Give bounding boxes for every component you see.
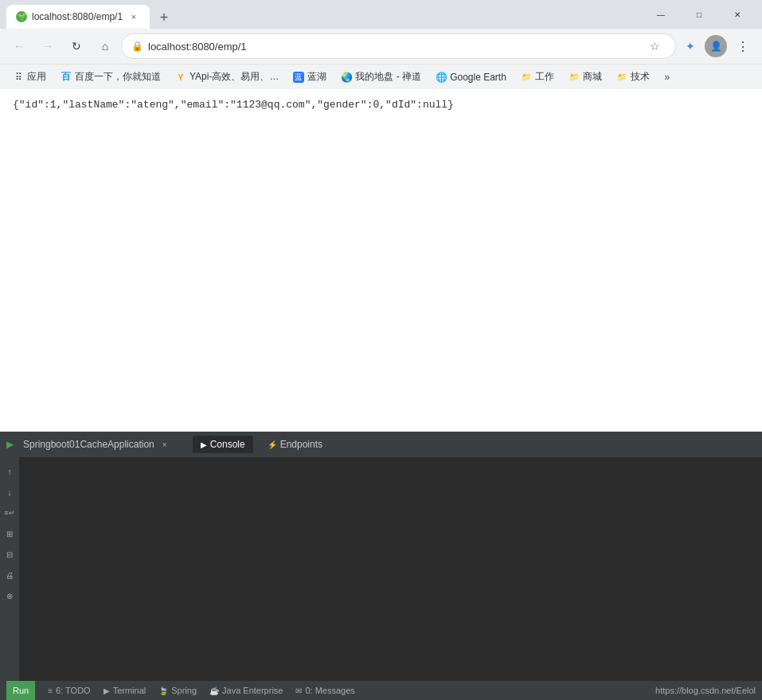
shop-folder-icon: 📁 xyxy=(569,72,580,83)
bookmark-google-earth[interactable]: 🌐 Google Earth xyxy=(429,68,513,86)
panel-toolbar: ↑ ↓ ≡↵ ⊞ ⊟ 🖨 ⊗ xyxy=(0,457,19,700)
menu-button[interactable]: ⋮ xyxy=(730,33,756,59)
run-label: Run xyxy=(13,686,29,695)
java-icon: ☕ xyxy=(209,686,219,695)
bookmark-work[interactable]: 📁 工作 xyxy=(514,67,561,87)
bookmark-shop[interactable]: 📁 商城 xyxy=(562,67,608,87)
bookmark-yapi[interactable]: Y YApi-高效、易用、… xyxy=(169,67,285,87)
bookmark-star-button[interactable]: ☆ xyxy=(643,35,666,57)
tab-favicon: 🌱 xyxy=(16,11,27,22)
close-output-button[interactable]: ⊗ xyxy=(2,588,18,604)
work-folder-icon: 📁 xyxy=(521,72,532,83)
run-status[interactable]: Run xyxy=(6,681,35,700)
title-bar: 🌱 localhost:8080/emp/1 × + — □ ✕ xyxy=(0,0,762,29)
terminal-label: Terminal xyxy=(113,686,147,695)
minimize-button[interactable]: — xyxy=(643,2,679,26)
bookmarks-bar: ⠿ 应用 百 百度一下，你就知道 Y YApi-高效、易用、… 蓝 蓝湖 🌏 我… xyxy=(0,64,762,89)
console-icon: ▶ xyxy=(201,440,207,449)
java-enterprise-status[interactable]: ☕ Java Enterprise xyxy=(209,686,283,695)
tab-title: localhost:8080/emp/1 xyxy=(32,11,123,22)
print-button[interactable]: 🖨 xyxy=(2,567,18,583)
yapi-icon: Y xyxy=(175,72,186,83)
bookmarks-more-button[interactable]: » xyxy=(658,68,677,87)
messages-icon: ✉ xyxy=(295,686,302,695)
lanhu-icon: 蓝 xyxy=(293,72,304,83)
json-content: {"id":1,"lastName":"ateng","email":"1123… xyxy=(13,99,454,111)
bookmark-baidu-label: 百度一下，你就知道 xyxy=(75,70,161,84)
messages-status[interactable]: ✉ 0: Messages xyxy=(295,686,354,695)
baidu-icon: 百 xyxy=(61,72,72,83)
home-button[interactable]: ⌂ xyxy=(92,33,118,59)
address-bar[interactable]: 🔒 ☆ xyxy=(121,33,676,59)
todo-status[interactable]: ≡ 6: TODO xyxy=(48,686,90,695)
extensions-button[interactable]: ✦ xyxy=(679,35,701,57)
endpoints-tab-label: Endpoints xyxy=(280,439,322,450)
bookmark-tech-label: 技术 xyxy=(631,70,650,84)
apps-icon: ⠿ xyxy=(13,72,24,83)
maximize-button[interactable]: □ xyxy=(681,2,717,26)
zentao-icon: 🌏 xyxy=(341,72,352,83)
spring-status[interactable]: 🍃 Spring xyxy=(158,686,197,695)
bookmark-zentao[interactable]: 🌏 我的地盘 - 禅道 xyxy=(334,67,428,87)
browser-content: {"id":1,"lastName":"ateng","email":"1123… xyxy=(0,89,762,432)
profile-icon: 👤 xyxy=(710,41,722,52)
tech-folder-icon: 📁 xyxy=(616,72,627,83)
bookmark-baidu[interactable]: 百 百度一下，你就知道 xyxy=(54,67,167,87)
tab-close-button[interactable]: × xyxy=(127,10,140,23)
bookmark-apps[interactable]: ⠿ 应用 xyxy=(6,67,53,87)
todo-label: 6: TODO xyxy=(56,686,91,695)
panel-tab-close-small[interactable]: × xyxy=(162,440,167,449)
panel-body: ↑ ↓ ≡↵ ⊞ ⊟ 🖨 ⊗ xyxy=(0,457,762,700)
scroll-up-button[interactable]: ↑ xyxy=(2,463,18,479)
spring-label: Spring xyxy=(171,686,197,695)
bookmark-shop-label: 商城 xyxy=(583,70,602,84)
terminal-icon: ▶ xyxy=(104,686,110,695)
panel-header: ▶ Springboot01CacheApplication × ▶ Conso… xyxy=(0,432,762,457)
status-url: https://blog.csdn.net/Eelol xyxy=(655,686,756,695)
forward-button[interactable]: → xyxy=(35,33,61,59)
messages-label: 0: Messages xyxy=(305,686,354,695)
bookmark-tech[interactable]: 📁 技术 xyxy=(610,67,656,87)
reload-button[interactable]: ↻ xyxy=(64,33,89,59)
bookmark-lanhu-label: 蓝湖 xyxy=(307,70,326,84)
bookmark-zentao-label: 我的地盘 - 禅道 xyxy=(355,70,421,84)
app-run-icon: ▶ xyxy=(6,439,14,450)
apps-label: 应用 xyxy=(27,70,46,84)
bookmark-lanhu[interactable]: 蓝 蓝湖 xyxy=(287,67,333,87)
expand-button[interactable]: ⊞ xyxy=(2,526,18,542)
todo-icon: ≡ xyxy=(48,686,53,695)
back-button[interactable]: ← xyxy=(6,33,32,59)
lock-icon: 🔒 xyxy=(131,41,143,52)
wrap-button[interactable]: ≡↵ xyxy=(2,505,18,521)
window-controls: — □ ✕ xyxy=(643,2,756,26)
endpoints-tab[interactable]: ⚡ Endpoints xyxy=(260,436,330,453)
tab-bar: 🌱 localhost:8080/emp/1 × + xyxy=(6,0,638,29)
bookmark-yapi-label: YApi-高效、易用、… xyxy=(190,70,279,84)
spring-icon: 🍃 xyxy=(158,686,168,695)
scroll-down-button[interactable]: ↓ xyxy=(2,484,18,500)
bookmark-google-earth-label: Google Earth xyxy=(450,72,506,83)
app-name: Springboot01CacheApplication xyxy=(23,439,154,450)
console-content xyxy=(19,457,762,700)
console-tab-label: Console xyxy=(210,439,245,450)
address-input[interactable] xyxy=(148,41,639,53)
collapse-button[interactable]: ⊟ xyxy=(2,546,18,562)
terminal-status[interactable]: ▶ Terminal xyxy=(104,686,147,695)
close-button[interactable]: ✕ xyxy=(719,2,756,26)
console-tab[interactable]: ▶ Console xyxy=(193,436,253,453)
google-earth-icon: 🌐 xyxy=(436,72,447,83)
status-bar: Run ≡ 6: TODO ▶ Terminal 🍃 Spring ☕ Java… xyxy=(0,681,762,700)
bookmark-work-label: 工作 xyxy=(535,70,554,84)
new-tab-button[interactable]: + xyxy=(153,6,175,29)
active-tab[interactable]: 🌱 localhost:8080/emp/1 × xyxy=(6,5,150,29)
profile-button[interactable]: 👤 xyxy=(705,35,727,57)
java-label: Java Enterprise xyxy=(222,686,283,695)
bottom-panel: ▶ Springboot01CacheApplication × ▶ Conso… xyxy=(0,432,762,700)
nav-bar: ← → ↻ ⌂ 🔒 ☆ ✦ 👤 ⋮ xyxy=(0,29,762,64)
endpoints-icon: ⚡ xyxy=(268,440,277,449)
